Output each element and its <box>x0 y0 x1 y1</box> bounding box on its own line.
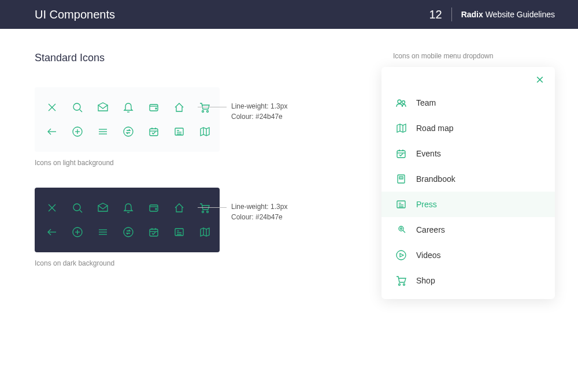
swap-icon <box>123 125 134 138</box>
calendar-icon <box>148 226 160 238</box>
mobile-close-row <box>381 75 555 90</box>
news-icon <box>173 226 185 238</box>
map-icon <box>395 122 407 134</box>
brand-label: Radix Website Guidelines <box>461 10 555 19</box>
home-icon <box>173 101 185 114</box>
menu-item-shop[interactable]: Shop <box>381 268 555 293</box>
page-number: 12 <box>429 8 442 21</box>
dark-caption: Icons on dark background <box>35 259 347 267</box>
wallet-icon <box>148 101 160 114</box>
arrow-left-icon <box>46 125 58 138</box>
brandbook-icon <box>395 173 407 185</box>
mail-icon <box>97 101 109 114</box>
menu-item-label: Events <box>416 149 441 158</box>
menu-item-roadmap[interactable]: Road map <box>381 115 555 141</box>
menu-icon <box>97 125 109 138</box>
annotation-line: Colour: #24b47e <box>231 111 287 122</box>
menu-icon <box>97 226 109 238</box>
light-icon-panel <box>35 87 220 152</box>
menu-item-label: Shop <box>416 276 435 285</box>
menu-item-videos[interactable]: Videos <box>381 242 555 268</box>
annotation-line: Line-weight: 1.3px <box>231 201 287 212</box>
menu-item-team[interactable]: Team <box>381 90 555 115</box>
search-icon <box>72 101 83 114</box>
dark-annotation: Line-weight: 1.3px Colour: #24b47e <box>231 201 287 222</box>
menu-item-label: Press <box>416 200 437 209</box>
page-header: UI Components 12 Radix Website Guideline… <box>0 0 578 29</box>
map-icon <box>199 226 210 238</box>
cart-icon <box>199 101 210 114</box>
page-title: UI Components <box>35 8 115 21</box>
swap-icon <box>123 226 134 238</box>
home-icon <box>173 201 185 214</box>
close-icon[interactable] <box>535 75 544 87</box>
menu-item-label: Team <box>416 98 436 107</box>
cart-icon <box>395 275 407 286</box>
plus-circle-icon <box>72 226 83 238</box>
close-icon <box>46 101 58 114</box>
news-icon <box>173 125 185 138</box>
calendar-icon <box>148 125 160 138</box>
careers-icon <box>395 224 407 236</box>
menu-item-label: Road map <box>416 124 454 133</box>
light-icon-panel-block: Line-weight: 1.3px Colour: #24b47e Icons… <box>35 87 347 167</box>
mobile-menu-dropdown: Team Road map Events Brandbook Press Car… <box>381 67 555 299</box>
arrow-left-icon <box>46 226 58 238</box>
header-divider <box>451 8 452 21</box>
annotation-line: Colour: #24b47e <box>231 212 287 222</box>
wallet-icon <box>148 201 160 214</box>
video-icon <box>395 249 407 261</box>
menu-item-label: Careers <box>416 225 445 234</box>
menu-item-events[interactable]: Events <box>381 141 555 166</box>
menu-item-brandbook[interactable]: Brandbook <box>381 166 555 192</box>
light-annotation: Line-weight: 1.3px Colour: #24b47e <box>231 101 287 122</box>
menu-item-press[interactable]: Press <box>381 192 555 217</box>
bell-icon <box>123 201 134 214</box>
header-meta: 12 Radix Website Guidelines <box>429 8 555 21</box>
map-icon <box>199 125 210 138</box>
menu-item-label: Videos <box>416 251 441 260</box>
menu-item-careers[interactable]: Careers <box>381 217 555 242</box>
plus-circle-icon <box>72 125 83 138</box>
team-icon <box>395 97 407 109</box>
section-title: Standard Icons <box>35 52 347 64</box>
mobile-caption: Icons on mobile menu dropdown <box>381 52 555 60</box>
mail-icon <box>97 201 109 214</box>
news-icon <box>395 199 407 210</box>
dark-icon-panel <box>35 188 220 252</box>
light-caption: Icons on light background <box>35 159 347 167</box>
annotation-line: Line-weight: 1.3px <box>231 101 287 111</box>
cart-icon <box>199 201 210 214</box>
search-icon <box>72 201 83 214</box>
close-icon <box>46 201 58 214</box>
calendar-icon <box>395 148 407 159</box>
bell-icon <box>123 101 134 114</box>
dark-icon-panel-block: Line-weight: 1.3px Colour: #24b47e Icons… <box>35 188 347 267</box>
menu-item-label: Brandbook <box>416 174 455 184</box>
